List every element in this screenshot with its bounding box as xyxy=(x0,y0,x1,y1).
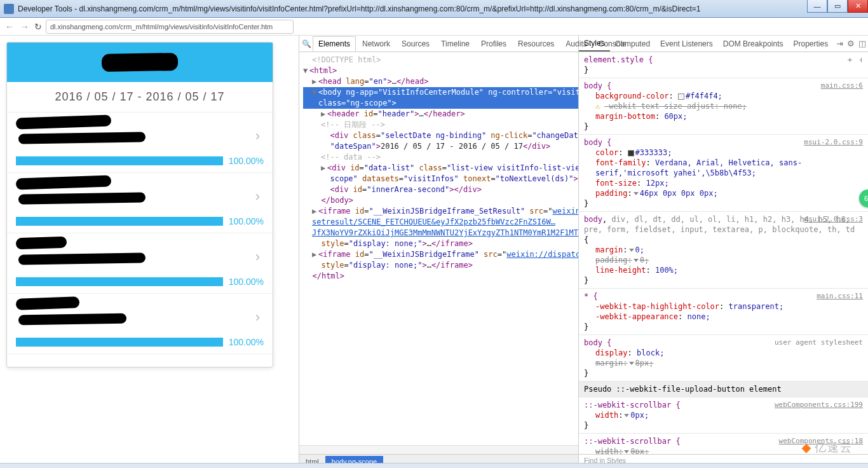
progress-percent: 100.00% xyxy=(228,216,264,226)
watermark: ◆亿速云 xyxy=(802,440,853,455)
chevron-right-icon: › xyxy=(255,309,260,326)
dom-comment[interactable]: <!-- 日期段 --> xyxy=(303,120,578,130)
dom-node[interactable]: ▼<html> xyxy=(303,65,578,76)
source-label: user agent stylesheet xyxy=(775,338,863,348)
taskbar xyxy=(0,463,868,468)
tab-network[interactable]: Network xyxy=(357,37,395,51)
progress-percent: 100.00% xyxy=(228,156,264,166)
chevron-right-icon: › xyxy=(255,249,260,265)
tab-computed[interactable]: Computed xyxy=(610,37,655,51)
list-item-text: › xyxy=(16,238,264,273)
page-preview: 2016 / 05 / 17 - 2016 / 05 / 17 › 100.00… xyxy=(0,36,299,468)
redacted-line xyxy=(16,237,67,250)
list-item-text: › xyxy=(16,178,264,212)
redacted-line xyxy=(18,313,126,326)
styles-panel: Styles Computed Event Listeners DOM Brea… xyxy=(579,36,868,468)
dom-node[interactable]: <div class="selectDate ng-binding" ng-cl… xyxy=(303,130,578,152)
list-item[interactable]: › 100.00% xyxy=(7,113,273,173)
close-button[interactable]: ✕ xyxy=(848,0,868,13)
maximize-button[interactable]: ▭ xyxy=(827,0,848,13)
tab-dom-breakpoints[interactable]: DOM Breakpoints xyxy=(718,37,789,51)
tab-properties[interactable]: Properties xyxy=(788,37,833,51)
toggle-device-icon[interactable]: ⇥ xyxy=(834,39,845,48)
list-item-text: › xyxy=(16,299,264,333)
styles-list[interactable]: ＋ ⫞ element.style {} main.css:6 body { b… xyxy=(579,52,868,454)
redacted-line xyxy=(18,192,146,204)
tab-timeline[interactable]: Timeline xyxy=(436,37,475,51)
progress-percent: 100.00% xyxy=(228,277,264,287)
list-item[interactable]: › 100.00% xyxy=(7,233,273,294)
progress-row: 100.00% xyxy=(16,337,264,347)
toggle-state-icon[interactable]: ⫞ xyxy=(858,55,863,64)
tab-sources[interactable]: Sources xyxy=(397,37,435,51)
style-rule[interactable]: main.css:11 * { -webkit-tap-highlight-co… xyxy=(579,289,868,335)
dom-link[interactable]: setresult/SCENE_FETCHQUEUE&eyJfX2pzb25fb… xyxy=(303,217,578,228)
style-rule[interactable]: msui-2.0.css:9 body { color: #333333; fo… xyxy=(579,135,868,212)
pseudo-header: Pseudo ::-webkit-file-upload-button elem… xyxy=(579,382,868,397)
forward-button[interactable]: → xyxy=(19,21,31,32)
dom-node[interactable]: </body> xyxy=(303,195,578,206)
source-link[interactable]: main.css:6 xyxy=(821,81,863,91)
settings-icon[interactable]: ⚙ xyxy=(845,39,857,48)
source-link[interactable]: main.css:11 xyxy=(817,291,863,301)
dom-comment[interactable]: <!-- data --> xyxy=(303,152,578,163)
list-item-text: › xyxy=(16,118,264,152)
style-rule[interactable]: ＋ ⫞ element.style {} xyxy=(579,52,868,78)
app-icon xyxy=(4,4,14,14)
mobile-frame: 2016 / 05 / 17 - 2016 / 05 / 17 › 100.00… xyxy=(6,42,273,368)
dom-node[interactable]: style="display: none;">…</iframe> xyxy=(303,238,578,249)
tab-styles[interactable]: Styles xyxy=(579,36,610,52)
source-link[interactable]: msui-2.0.css:9 xyxy=(804,137,863,148)
progress-percent: 100.00% xyxy=(228,337,264,347)
browser-toolbar: ← → ↻ dl.xinshangmeng.com/crm_m/html/mg/… xyxy=(0,18,868,36)
dom-link[interactable]: JfX3NoYV9rZXkiOiJjMGE3MmMmNWNTU2YjExYzgy… xyxy=(303,228,578,238)
list-item[interactable]: › 100.00% xyxy=(7,173,273,233)
progress-bar xyxy=(16,217,223,226)
main-area: 2016 / 05 / 17 - 2016 / 05 / 17 › 100.00… xyxy=(0,36,868,468)
dom-node[interactable]: ▶<header id="header">…</header> xyxy=(303,109,578,120)
tab-resources[interactable]: Resources xyxy=(513,37,559,51)
horizontal-scrollbar[interactable] xyxy=(299,445,578,454)
redacted-line xyxy=(16,296,80,310)
mobile-header xyxy=(7,43,273,82)
dom-node[interactable]: <div id="innerArea-second"></div> xyxy=(303,184,578,195)
dock-icon[interactable]: ◫ xyxy=(857,39,868,48)
chevron-right-icon: › xyxy=(255,188,260,205)
dom-node[interactable]: ▶<div id="data-list" class="list-view vi… xyxy=(303,163,578,184)
source-link[interactable]: msui-2.0.css:3 xyxy=(804,214,863,224)
redacted-line xyxy=(18,252,146,265)
tab-profiles[interactable]: Profiles xyxy=(476,37,512,51)
style-rule[interactable]: user agent stylesheet body { display: bl… xyxy=(579,335,868,382)
dom-node[interactable]: <!DOCTYPE html> xyxy=(303,55,578,65)
list-item[interactable]: › 100.00% xyxy=(7,294,273,354)
chevron-right-icon: › xyxy=(255,128,260,144)
redacted-title xyxy=(102,53,178,72)
minimize-button[interactable]: — xyxy=(807,0,827,13)
source-link[interactable]: webComponents.css:199 xyxy=(775,400,863,410)
devtools-tabs: 🔍 Elements Network Sources Timeline Prof… xyxy=(299,36,578,52)
inspect-icon[interactable]: 🔍 xyxy=(302,39,311,48)
dom-node[interactable]: style="display: none;">…</iframe> xyxy=(303,260,578,271)
dom-node-selected[interactable]: ▼<body ng-app="VisitInfoCenterModule" ng… xyxy=(303,87,578,109)
dom-node[interactable]: ▶<iframe id="__WeixinJSBridgeIframe_SetR… xyxy=(303,206,578,217)
window-title: Developer Tools - dl.xinshangmeng.com/cr… xyxy=(18,4,864,13)
dom-node[interactable]: ▶<head lang="en">…</head> xyxy=(303,76,578,87)
progress-row: 100.00% xyxy=(16,216,264,226)
back-button[interactable]: ← xyxy=(4,21,15,32)
window-buttons: — ▭ ✕ xyxy=(807,0,868,17)
date-range[interactable]: 2016 / 05 / 17 - 2016 / 05 / 17 xyxy=(7,82,273,113)
tab-elements[interactable]: Elements xyxy=(313,36,356,52)
address-bar[interactable]: dl.xinshangmeng.com/crm_m/html/mg/views/… xyxy=(46,20,294,34)
redacted-line xyxy=(16,175,112,189)
dom-node[interactable]: </html> xyxy=(303,271,578,282)
devtools: 60 🔍 Elements Network Sources Timeline P… xyxy=(299,36,868,468)
style-rule[interactable]: webComponents.css:199 ::-webkit-scrollba… xyxy=(579,397,868,434)
new-rule-icon[interactable]: ＋ xyxy=(846,55,854,64)
dom-node[interactable]: ▶<iframe id="__WeixinJSBridgeIframe" src… xyxy=(303,249,578,260)
reload-button[interactable]: ↻ xyxy=(34,22,42,32)
window-titlebar: Developer Tools - dl.xinshangmeng.com/cr… xyxy=(0,0,868,18)
style-rule[interactable]: msui-2.0.css:3 body, div, dl, dt, dd, ul… xyxy=(579,212,868,289)
dom-tree[interactable]: <!DOCTYPE html> ▼<html> ▶<head lang="en"… xyxy=(299,52,578,445)
style-rule[interactable]: main.css:6 body { background-color: #f4f… xyxy=(579,78,868,135)
tab-event-listeners[interactable]: Event Listeners xyxy=(655,37,718,51)
